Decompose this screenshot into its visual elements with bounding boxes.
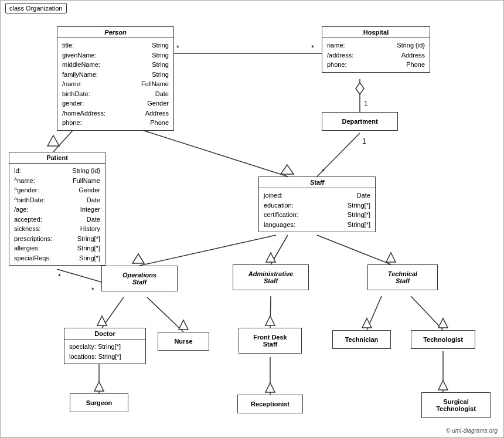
patient-title: Patient xyxy=(9,152,105,164)
svg-marker-20 xyxy=(266,253,275,262)
svg-text:1: 1 xyxy=(364,100,368,108)
technician-box: Technician xyxy=(332,330,391,349)
svg-marker-26 xyxy=(179,320,188,330)
svg-marker-11 xyxy=(47,135,59,146)
doctor-title: Doctor xyxy=(64,328,145,339)
svg-line-14 xyxy=(57,269,101,282)
nurse-title: Nurse xyxy=(158,336,209,347)
receptionist-box: Receptionist xyxy=(237,395,303,413)
administrative-staff-box: AdministrativeStaff xyxy=(233,264,309,290)
svg-line-12 xyxy=(130,126,288,176)
svg-line-21 xyxy=(317,235,391,264)
svg-text:1: 1 xyxy=(362,137,366,145)
svg-line-17 xyxy=(139,235,276,266)
technical-staff-box: TechnicalStaff xyxy=(367,264,438,290)
patient-attrs: id:String {id} ^name:FullName ^gender:Ge… xyxy=(9,164,105,265)
surgeon-title: Surgeon xyxy=(70,398,128,408)
hospital-title: Hospital xyxy=(322,27,430,38)
person-attrs: title:String givenName:String middleName… xyxy=(57,38,173,130)
svg-marker-28 xyxy=(265,316,275,325)
svg-marker-32 xyxy=(438,318,448,328)
operations-staff-title: OperationsStaff xyxy=(102,270,177,287)
svg-text:*: * xyxy=(58,273,61,281)
front-desk-staff-title: Front DeskStaff xyxy=(239,332,301,349)
surgical-technologist-box: SurgicalTechnologist xyxy=(421,392,491,418)
staff-attrs: joined:Date education:String[*] certific… xyxy=(259,188,375,232)
svg-text:*: * xyxy=(311,44,314,52)
staff-title: Staff xyxy=(259,177,375,188)
svg-marker-34 xyxy=(94,382,104,391)
surgical-technologist-title: SurgicalTechnologist xyxy=(422,396,490,414)
svg-line-25 xyxy=(147,297,183,332)
technician-title: Technician xyxy=(333,334,390,345)
svg-line-27 xyxy=(270,296,271,328)
svg-marker-22 xyxy=(386,253,396,262)
svg-marker-13 xyxy=(281,165,294,174)
svg-line-31 xyxy=(411,296,443,330)
svg-line-7 xyxy=(317,133,360,176)
operations-staff-box: OperationsStaff xyxy=(101,266,178,291)
department-box: Department xyxy=(322,112,398,131)
doctor-attrs: specialty: String[*] locations: String[*… xyxy=(64,339,145,364)
receptionist-title: Receptionist xyxy=(238,399,302,409)
diagram-container: class Organization * * 1 * 1 * * * xyxy=(0,0,504,438)
copyright: © uml-diagrams.org xyxy=(446,427,498,434)
patient-box: Patient id:String {id} ^name:FullName ^g… xyxy=(9,152,105,266)
doctor-box: Doctor specialty: String[*] locations: S… xyxy=(64,328,146,364)
surgeon-box: Surgeon xyxy=(70,393,128,412)
diagram-title: class Organization xyxy=(5,3,67,13)
svg-text:*: * xyxy=(176,44,179,52)
person-title: Person xyxy=(57,27,173,38)
svg-line-29 xyxy=(367,296,382,330)
person-box: Person title:String givenName:String mid… xyxy=(57,26,174,131)
technologist-box: Technologist xyxy=(411,330,475,349)
svg-marker-30 xyxy=(362,318,372,328)
administrative-staff-title: AdministrativeStaff xyxy=(233,269,308,286)
svg-marker-36 xyxy=(265,383,275,392)
svg-line-19 xyxy=(271,235,288,264)
department-title: Department xyxy=(322,116,397,127)
hospital-box: Hospital name:String {id} /address:Addre… xyxy=(322,26,430,73)
svg-text:*: * xyxy=(91,286,94,294)
svg-marker-38 xyxy=(438,381,448,390)
hospital-attrs: name:String {id} /address:Address phone:… xyxy=(322,38,430,72)
svg-line-23 xyxy=(102,297,124,328)
staff-box: Staff joined:Date education:String[*] ce… xyxy=(258,176,376,232)
svg-marker-4 xyxy=(356,83,364,94)
svg-marker-24 xyxy=(97,316,107,325)
technical-staff-title: TechnicalStaff xyxy=(368,269,437,286)
technologist-title: Technologist xyxy=(411,334,475,345)
nurse-box: Nurse xyxy=(158,332,209,351)
svg-text:*: * xyxy=(322,168,325,176)
svg-marker-18 xyxy=(132,254,144,263)
front-desk-staff-box: Front DeskStaff xyxy=(239,328,302,354)
